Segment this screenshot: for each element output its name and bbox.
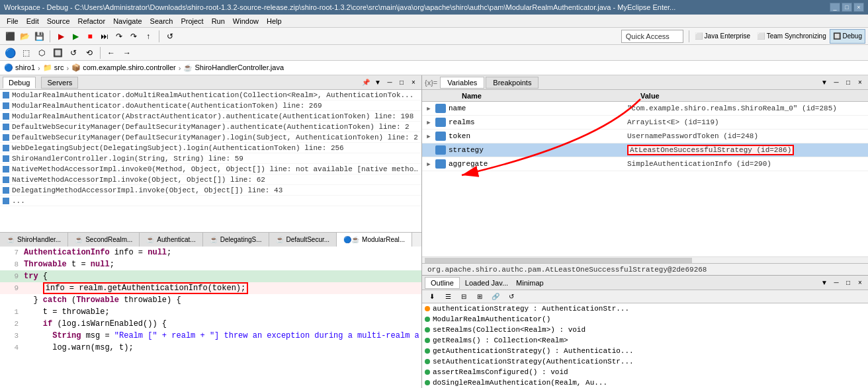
stepreturn-button[interactable]: ↑ — [141, 29, 155, 44]
tb2-btn4[interactable]: 🔲 — [50, 46, 65, 60]
menu-file[interactable]: File — [3, 15, 22, 27]
outline-item-setstrategy[interactable]: setAuthenticationStrategy(Authentication… — [422, 356, 868, 367]
perspective-java-enterprise[interactable]: ⬜ Java Enterprise — [691, 29, 754, 44]
tab-outline[interactable]: Outline — [425, 277, 460, 289]
bottom-tab-second[interactable]: ☕ SecondRealm... — [68, 233, 140, 247]
vars-minimize-button[interactable]: ─ — [831, 77, 842, 88]
var-row-aggregate[interactable]: ▶ aggregate SimpleAuthenticationInfo (id… — [422, 157, 868, 171]
minimize-panel-button[interactable]: ─ — [384, 77, 395, 88]
expand-icon[interactable] — [422, 144, 435, 156]
tb2-btn5[interactable]: ↺ — [66, 46, 81, 60]
step-button[interactable]: ↷ — [112, 29, 126, 44]
breadcrumb-item-package[interactable]: 📦 com.example.shiro.controller — [71, 63, 176, 72]
outline-filter-button[interactable]: ☰ — [441, 290, 455, 304]
perspective-team-sync[interactable]: ⬜ Team Synchronizing — [754, 29, 830, 44]
stack-item[interactable]: NativeMethodAccessorImpl.invoke(Object, … — [0, 175, 421, 185]
stack-item[interactable]: ShiroHandlerController.login(String, Str… — [0, 153, 421, 164]
menu-source[interactable]: Source — [43, 15, 74, 27]
menu-refactor[interactable]: Refactor — [74, 15, 110, 27]
var-row-strategy[interactable]: strategy AtLeastOneSuccessfulStrategy (i… — [422, 143, 868, 157]
stack-item[interactable]: ModularRealmAuthenticator.doAuthenticate… — [0, 100, 421, 111]
bottom-tab-delegating[interactable]: ☕ DelegatingS... — [203, 233, 269, 247]
stack-item[interactable]: ... — [0, 196, 421, 206]
var-row-realms[interactable]: ▶ realms ArrayList<E> (id=119) — [422, 116, 868, 130]
menu-window[interactable]: Window — [229, 15, 263, 27]
tb2-btn3[interactable]: ⬡ — [34, 46, 49, 60]
tb2-back[interactable]: ← — [104, 46, 118, 60]
stack-item[interactable]: ModularRealmAuthenticator.doMultiRealmAu… — [0, 90, 421, 100]
tb2-btn1[interactable]: 🔵 — [3, 46, 17, 60]
stack-item[interactable]: NativeMethodAccessorImpl.invoke0(Method,… — [0, 164, 421, 175]
breadcrumb-item-shiro1[interactable]: 🔵 shiro1 — [4, 63, 35, 72]
vars-close-button[interactable]: × — [855, 77, 865, 88]
menu-help[interactable]: Help — [263, 15, 286, 27]
new-button[interactable]: ⬛ — [3, 29, 17, 44]
outline-item-getrealms[interactable]: getRealms() : Collection<Realm> — [422, 335, 868, 346]
outline-expand-button[interactable]: ⊞ — [472, 290, 487, 304]
menu-search[interactable]: Search — [146, 15, 177, 27]
bottom-tab-auth[interactable]: ☕ Authenticat... — [140, 233, 202, 247]
tb2-btn6[interactable]: ⟲ — [82, 46, 97, 60]
refresh-button[interactable]: ↺ — [163, 29, 177, 44]
tab-debug[interactable]: Debug — [3, 77, 36, 89]
maximize-button[interactable]: □ — [842, 3, 852, 12]
resume-button[interactable]: ⏭ — [97, 29, 112, 44]
stack-item[interactable]: WebDelegatingSubject(DelegatingSubject).… — [0, 143, 421, 153]
menu-project[interactable]: Project — [177, 15, 207, 27]
outline-menu-button[interactable]: ▼ — [819, 278, 830, 288]
tb2-btn2[interactable]: ⬚ — [19, 46, 33, 60]
window-controls[interactable]: _ □ × — [830, 3, 864, 12]
pin-button[interactable]: 📌 — [361, 77, 371, 88]
breadcrumb-item-src[interactable]: 📁 src — [43, 63, 64, 72]
menu-button[interactable]: ▼ — [372, 77, 383, 88]
menu-navigate[interactable]: Navigate — [109, 15, 146, 27]
tab-breakpoints[interactable]: Breakpoints — [486, 77, 539, 89]
outline-item-authstrategy[interactable]: authenticationStrategy : AuthenticationS… — [422, 303, 868, 314]
close-panel-button[interactable]: × — [408, 77, 419, 88]
stepover-button[interactable]: ↷ — [126, 29, 141, 44]
expand-icon[interactable]: ▶ — [422, 102, 435, 114]
stack-item[interactable]: DefaultWebSecurityManager(DefaultSecurit… — [0, 132, 421, 143]
menu-edit[interactable]: Edit — [22, 15, 43, 27]
menu-run[interactable]: Run — [208, 15, 229, 27]
stack-item[interactable]: DelegatingMethodAccessorImpl.invoke(Obje… — [0, 185, 421, 196]
outline-item-getstrategy[interactable]: getAuthenticationStrategy() : Authentica… — [422, 346, 868, 356]
var-row-name[interactable]: ▶ name "com.example.shiro.realms.ShiroRe… — [422, 102, 868, 116]
close-button[interactable]: × — [853, 3, 864, 12]
vars-menu-button[interactable]: ▼ — [819, 77, 830, 88]
var-row-token[interactable]: ▶ token UsernamePasswordToken (id=248) — [422, 130, 868, 143]
outline-sort-button[interactable]: ⬇ — [425, 290, 439, 304]
stop-button[interactable]: ■ — [83, 29, 97, 44]
minimize-button[interactable]: _ — [830, 3, 840, 12]
tab-variables[interactable]: Variables — [440, 77, 484, 89]
outline-maximize-button[interactable]: □ — [843, 278, 853, 288]
breadcrumb-item-file[interactable]: ☕ ShiroHandlerController.java — [183, 63, 284, 72]
open-button[interactable]: 📂 — [17, 29, 32, 44]
expand-icon[interactable]: ▶ — [422, 116, 435, 128]
run-button[interactable]: ▶ — [68, 29, 83, 44]
debug-button[interactable]: ▶ — [54, 29, 68, 44]
minimap-tab[interactable]: Minimap — [516, 279, 544, 287]
outline-minimize-button[interactable]: ─ — [831, 278, 842, 288]
quick-access-field[interactable]: Quick Access — [621, 30, 683, 43]
outline-item-constructor[interactable]: ModularRealmAuthenticator() — [422, 314, 868, 325]
maximize-panel-button[interactable]: □ — [396, 77, 407, 88]
hscroll-thumb[interactable] — [425, 258, 692, 263]
outline-link-button[interactable]: 🔗 — [488, 290, 503, 304]
outline-item-setrealms[interactable]: setRealms(Collection<Realm>) : void — [422, 325, 868, 335]
bottom-tab-default[interactable]: ☕ DefaultSecur... — [269, 233, 337, 247]
outline-item-dosingle[interactable]: doSingleRealmAuthentication(Realm, Au... — [422, 377, 868, 388]
perspective-debug[interactable]: 🔲 Debug — [830, 29, 865, 44]
bottom-tab-modular[interactable]: 🔵☕ ModularReal... — [337, 233, 412, 247]
save-button[interactable]: 💾 — [32, 29, 46, 44]
expand-icon[interactable]: ▶ — [422, 130, 435, 142]
vars-hscroll[interactable] — [422, 256, 868, 263]
vars-maximize-button[interactable]: □ — [843, 77, 853, 88]
expand-icon[interactable]: ▶ — [422, 158, 435, 170]
outline-refresh-button[interactable]: ↺ — [504, 290, 519, 304]
stack-item[interactable]: DefaultWebSecurityManager(DefaultSecurit… — [0, 122, 421, 132]
outline-item-assertrealms[interactable]: assertRealmsConfigured() : void — [422, 367, 868, 377]
tab-servers[interactable]: Servers — [41, 77, 78, 89]
outline-collapse-button[interactable]: ⊟ — [456, 290, 471, 304]
stack-item[interactable]: ModularRealmAuthenticator(AbstractAuthen… — [0, 111, 421, 122]
